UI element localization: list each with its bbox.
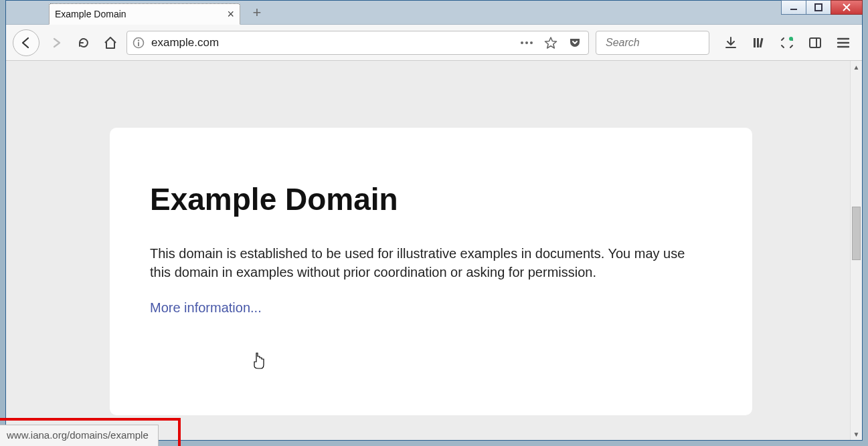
- svg-rect-6: [138, 42, 139, 46]
- home-icon: [103, 35, 118, 50]
- search-bar[interactable]: [596, 31, 709, 55]
- scroll-track[interactable]: [851, 73, 862, 428]
- info-icon: [133, 37, 145, 49]
- star-icon: [544, 36, 557, 49]
- maximize-icon: [814, 3, 822, 11]
- window-controls: [782, 0, 863, 15]
- site-identity-button[interactable]: [133, 37, 145, 49]
- browser-tab[interactable]: Example Domain ×: [49, 3, 240, 25]
- svg-point-16: [789, 37, 793, 41]
- reload-icon: [77, 36, 90, 49]
- more-information-link[interactable]: More information...: [150, 300, 262, 315]
- library-button[interactable]: [751, 35, 767, 51]
- svg-point-8: [525, 41, 528, 44]
- svg-rect-0: [790, 9, 797, 10]
- back-button[interactable]: [13, 29, 39, 56]
- hamburger-icon: [837, 37, 850, 48]
- tab-close-button[interactable]: ×: [227, 8, 234, 20]
- app-menu-button[interactable]: [835, 35, 851, 51]
- svg-point-5: [138, 39, 139, 41]
- pocket-button[interactable]: [567, 35, 583, 51]
- download-icon: [724, 36, 737, 49]
- navigation-toolbar: [6, 25, 862, 61]
- scroll-down-button[interactable]: ▼: [851, 428, 862, 440]
- home-button[interactable]: [101, 33, 120, 52]
- bookmark-button[interactable]: [543, 35, 559, 51]
- svg-rect-13: [754, 38, 756, 47]
- downloads-button[interactable]: [723, 35, 739, 51]
- svg-rect-15: [760, 37, 764, 47]
- maximize-button[interactable]: [806, 0, 831, 15]
- scroll-thumb[interactable]: [852, 207, 861, 260]
- toolbar-right-buttons: [716, 35, 855, 51]
- forward-button: [48, 33, 66, 52]
- tab-strip: Example Domain × +: [6, 1, 862, 25]
- reload-button[interactable]: [74, 33, 93, 52]
- vertical-scrollbar[interactable]: ▲ ▼: [850, 61, 862, 440]
- library-icon: [752, 36, 766, 49]
- new-tab-button[interactable]: +: [247, 3, 267, 23]
- close-icon: [842, 3, 851, 12]
- svg-point-7: [521, 41, 523, 44]
- page-paragraph: This domain is established to be used fo…: [150, 244, 699, 282]
- plus-icon: +: [253, 4, 262, 21]
- svg-point-9: [530, 41, 533, 44]
- svg-rect-1: [815, 4, 822, 11]
- page-action-menu-button[interactable]: [519, 35, 535, 51]
- minimize-button[interactable]: [781, 0, 806, 15]
- page-viewport: Example Domain This domain is establishe…: [6, 61, 850, 440]
- content-card: Example Domain This domain is establishe…: [110, 128, 752, 415]
- url-input[interactable]: [151, 36, 512, 49]
- svg-rect-14: [757, 38, 759, 47]
- page-heading: Example Domain: [150, 181, 712, 217]
- tab-title: Example Domain: [55, 9, 222, 19]
- sidebar-icon: [808, 36, 822, 49]
- meatballs-icon: [520, 41, 533, 45]
- status-bar-link-preview: www.iana.org/domains/example: [0, 425, 159, 446]
- scroll-up-button[interactable]: ▲: [851, 61, 862, 73]
- forward-icon: [51, 37, 63, 49]
- back-icon: [19, 36, 33, 49]
- svg-rect-17: [810, 38, 820, 47]
- minimize-icon: [790, 3, 798, 11]
- screenshot-button[interactable]: [779, 35, 795, 51]
- page-actions: [519, 35, 583, 51]
- browser-window: Example Domain × +: [5, 0, 863, 441]
- nav-buttons: [13, 29, 120, 56]
- close-window-button[interactable]: [831, 0, 863, 15]
- pocket-icon: [568, 36, 582, 49]
- screenshot-icon: [780, 36, 794, 49]
- address-bar[interactable]: [126, 31, 589, 55]
- sidebar-button[interactable]: [807, 35, 823, 51]
